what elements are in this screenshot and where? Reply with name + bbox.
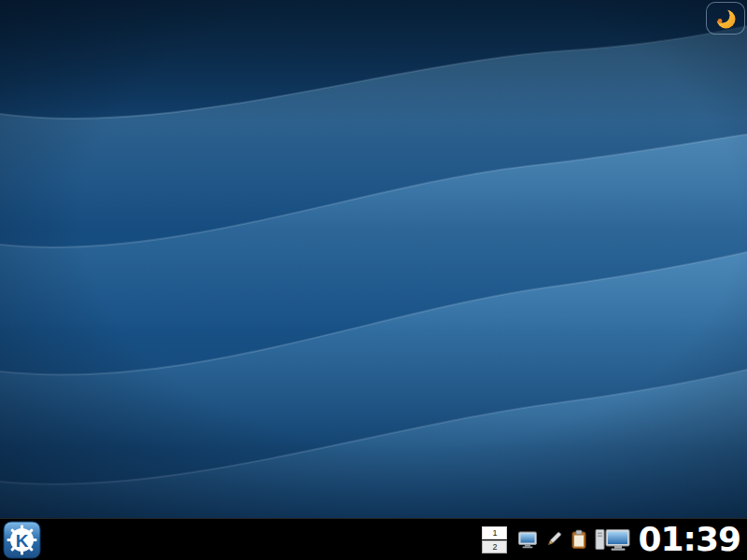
- stylus-tray-button[interactable]: [543, 529, 564, 550]
- plasma-toolbox[interactable]: [706, 2, 745, 35]
- screen-icon: [517, 529, 538, 550]
- kmenu-letter: K: [16, 530, 29, 550]
- screen-tray-button[interactable]: [517, 529, 538, 550]
- clipboard-tray-button[interactable]: [570, 529, 588, 550]
- wallpaper: [0, 0, 747, 519]
- plasma-cashew-icon: [713, 7, 738, 31]
- device-notifier-button[interactable]: [595, 526, 630, 553]
- kde-logo-icon: K: [3, 521, 41, 559]
- computer-icon: [595, 526, 630, 553]
- desktop: K 1 2: [0, 0, 747, 560]
- stylus-icon: [543, 529, 564, 550]
- kmenu-button[interactable]: K: [3, 521, 41, 559]
- workspace-2[interactable]: 2: [482, 540, 507, 553]
- system-tray: [517, 529, 588, 550]
- digital-clock[interactable]: 01:39: [638, 518, 740, 560]
- workspace-1-label: 1: [492, 528, 497, 538]
- taskbar-panel: K 1 2: [0, 518, 747, 560]
- workspace-pager: 1 2: [482, 526, 507, 553]
- workspace-1[interactable]: 1: [482, 526, 507, 539]
- workspace-2-label: 2: [492, 542, 497, 552]
- clipboard-icon: [570, 529, 588, 550]
